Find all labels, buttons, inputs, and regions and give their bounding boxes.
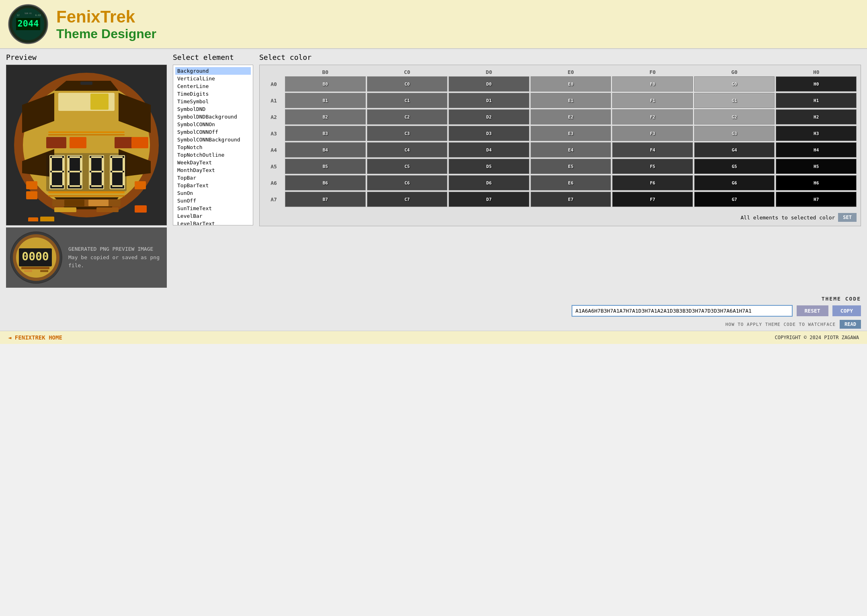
col-header: D0: [449, 69, 529, 75]
copy-button[interactable]: COPY: [832, 305, 861, 316]
color-cell-b1[interactable]: B1: [285, 93, 366, 108]
read-button[interactable]: READ: [840, 320, 861, 329]
element-item[interactable]: WeekDayText: [175, 159, 251, 166]
color-cell-g7[interactable]: G7: [694, 192, 775, 207]
color-cell-h1[interactable]: H1: [776, 93, 857, 108]
reset-button[interactable]: RESET: [797, 305, 828, 316]
color-cell-g0[interactable]: G0: [694, 76, 775, 92]
color-cell-h4[interactable]: H4: [776, 142, 857, 158]
element-list[interactable]: BackgroundVerticalLineCenterLineTimeDigi…: [173, 65, 253, 225]
col-header: G0: [694, 69, 775, 75]
color-cell-h5[interactable]: H5: [776, 159, 857, 174]
color-cell-g6[interactable]: G6: [694, 175, 775, 190]
color-cell-d2[interactable]: D2: [449, 109, 529, 125]
color-cell-c2[interactable]: C2: [367, 109, 448, 125]
color-cell-b0[interactable]: B0: [285, 76, 366, 92]
svg-rect-64: [48, 195, 125, 196]
row-label: A2: [264, 109, 284, 125]
color-cell-e4[interactable]: E4: [531, 142, 611, 158]
element-item[interactable]: LevelBarText: [175, 220, 251, 225]
main-content: Preview: [0, 49, 867, 292]
element-item[interactable]: SunTimeText: [175, 205, 251, 212]
color-cell-g4[interactable]: G4: [694, 142, 775, 158]
element-item[interactable]: SymbolCONNBackground: [175, 136, 251, 143]
color-cell-b7[interactable]: B7: [285, 192, 366, 207]
element-item[interactable]: SunOff: [175, 197, 251, 205]
color-cell-f5[interactable]: F5: [612, 159, 693, 174]
preview-small-line1: GENERATED PNG PREVIEW IMAGE: [68, 245, 163, 254]
color-cell-h7[interactable]: H7: [776, 192, 857, 207]
color-cell-e6[interactable]: E6: [531, 175, 611, 190]
color-cell-d6[interactable]: D6: [449, 175, 529, 190]
color-cell-g3[interactable]: G3: [694, 126, 775, 141]
color-cell-e2[interactable]: E2: [531, 109, 611, 125]
color-cell-e5[interactable]: E5: [531, 159, 611, 174]
color-cell-b6[interactable]: B6: [285, 175, 366, 190]
color-cell-h2[interactable]: H2: [776, 109, 857, 125]
color-cell-e0[interactable]: E0: [531, 76, 611, 92]
color-cell-c6[interactable]: C6: [367, 175, 448, 190]
element-item[interactable]: TimeSymbol: [175, 98, 251, 105]
element-item[interactable]: VerticalLine: [175, 75, 251, 82]
color-cell-c5[interactable]: C5: [367, 159, 448, 174]
element-item[interactable]: TopNotchOutline: [175, 151, 251, 159]
how-to-row: HOW TO APPLY THEME CODE TO WATCHFACE REA…: [726, 320, 861, 329]
preview-small-container: 0000 GENERATED PNG PREVIEW IMAGE May be …: [6, 227, 167, 288]
color-cell-g1[interactable]: G1: [694, 93, 775, 108]
color-cell-d5[interactable]: D5: [449, 159, 529, 174]
color-cell-b5[interactable]: B5: [285, 159, 366, 174]
color-cell-g2[interactable]: G2: [694, 109, 775, 125]
svg-rect-65: [52, 199, 121, 207]
color-cell-c7[interactable]: C7: [367, 192, 448, 207]
color-cell-c3[interactable]: C3: [367, 126, 448, 141]
color-cell-c4[interactable]: C4: [367, 142, 448, 158]
color-cell-f7[interactable]: F7: [612, 192, 693, 207]
color-cell-b4[interactable]: B4: [285, 142, 366, 158]
color-cell-c1[interactable]: C1: [367, 93, 448, 108]
color-cell-d1[interactable]: D1: [449, 93, 529, 108]
color-cell-h6[interactable]: H6: [776, 175, 857, 190]
svg-text:6:02: 6:02: [35, 14, 41, 16]
color-cell-c0[interactable]: C0: [367, 76, 448, 92]
element-item[interactable]: SymbolCONNOff: [175, 128, 251, 136]
element-item[interactable]: Background: [175, 67, 251, 75]
color-cell-f2[interactable]: F2: [612, 109, 693, 125]
element-item[interactable]: SymbolCONNOn: [175, 121, 251, 128]
footer-home-link[interactable]: ◄ FENIXTREK HOME: [8, 334, 62, 341]
color-grid: B0C0D0E0F0G0H0A0B0C0D0E0F0G0H0A1B1C1D1E1…: [264, 69, 857, 207]
color-cell-d4[interactable]: D4: [449, 142, 529, 158]
element-item[interactable]: CenterLine: [175, 82, 251, 90]
element-item[interactable]: SymbolDND: [175, 105, 251, 113]
color-cell-f0[interactable]: F0: [612, 76, 693, 92]
element-item[interactable]: SymbolDNDBackground: [175, 113, 251, 121]
set-button[interactable]: SET: [838, 213, 857, 222]
color-cell-f1[interactable]: F1: [612, 93, 693, 108]
preview-small: 0000: [10, 231, 62, 284]
element-item[interactable]: TopBarText: [175, 182, 251, 189]
element-item[interactable]: TopBar: [175, 174, 251, 182]
color-cell-d7[interactable]: D7: [449, 192, 529, 207]
svg-text:SUN 01: SUN 01: [25, 12, 32, 14]
color-cell-f4[interactable]: F4: [612, 142, 693, 158]
color-cell-g5[interactable]: G5: [694, 159, 775, 174]
svg-rect-11: [80, 82, 92, 85]
element-item[interactable]: SunOn: [175, 189, 251, 197]
color-cell-d0[interactable]: D0: [449, 76, 529, 92]
theme-code-input[interactable]: [572, 305, 793, 317]
element-item[interactable]: TopNotch: [175, 143, 251, 151]
color-cell-b3[interactable]: B3: [285, 126, 366, 141]
element-item[interactable]: LevelBar: [175, 212, 251, 220]
color-cell-h3[interactable]: H3: [776, 126, 857, 141]
color-cell-h0[interactable]: H0: [776, 76, 857, 92]
element-item[interactable]: MonthDayText: [175, 166, 251, 174]
color-cell-e1[interactable]: E1: [531, 93, 611, 108]
color-cell-d3[interactable]: D3: [449, 126, 529, 141]
element-item[interactable]: TimeDigits: [175, 90, 251, 98]
color-cell-f6[interactable]: F6: [612, 175, 693, 190]
color-cell-f3[interactable]: F3: [612, 126, 693, 141]
col-header: H0: [776, 69, 857, 75]
color-cell-e3[interactable]: E3: [531, 126, 611, 141]
preview-small-text: GENERATED PNG PREVIEW IMAGE May be copie…: [68, 245, 163, 270]
color-cell-b2[interactable]: B2: [285, 109, 366, 125]
color-cell-e7[interactable]: E7: [531, 192, 611, 207]
